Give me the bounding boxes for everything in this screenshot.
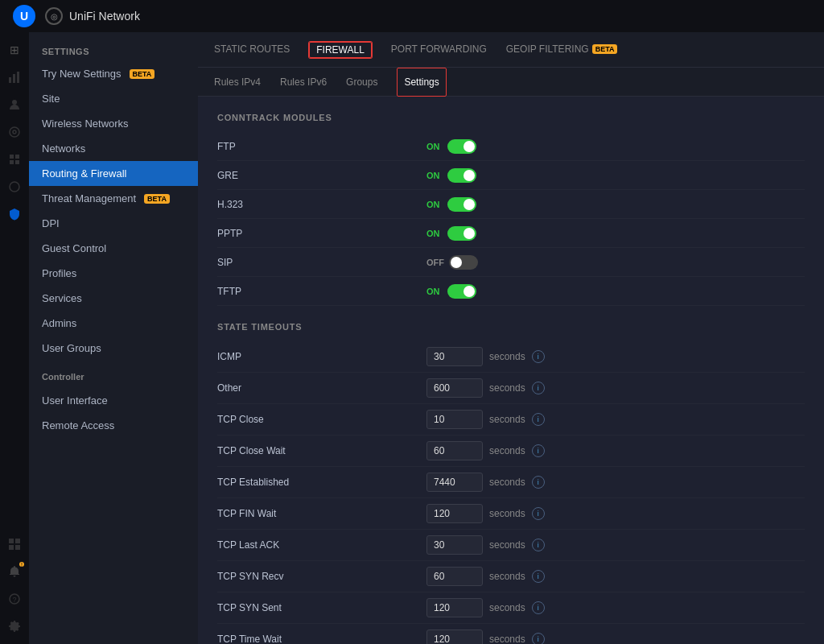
top-tab-geoip-filtering[interactable]: GEOIP FILTERINGBETA xyxy=(506,32,618,68)
nav-grid[interactable] xyxy=(3,533,26,555)
sidebar-item-dpi[interactable]: DPI xyxy=(29,211,198,236)
main-layout: ⊞ ! ? xyxy=(0,32,824,644)
svg-rect-11 xyxy=(9,539,14,543)
info-icon[interactable]: i xyxy=(532,601,545,614)
sidebar-item-remote-access[interactable]: Remote Access xyxy=(29,413,198,438)
conntrack-row-pptp: PPTPON xyxy=(217,219,805,248)
nav-settings[interactable] xyxy=(3,615,26,638)
top-tab-static-routes[interactable]: STATIC ROUTES xyxy=(214,32,290,68)
sub-tab-rules-ipv4[interactable]: Rules IPv4 xyxy=(214,68,261,97)
timeout-input-icmp[interactable] xyxy=(426,347,483,366)
sidebar-item-services[interactable]: Services xyxy=(29,286,198,311)
sidebar-item-routing-firewall[interactable]: Routing & Firewall xyxy=(29,161,198,186)
nav-devices[interactable] xyxy=(3,121,26,143)
sidebar-item-networks[interactable]: Networks xyxy=(29,136,198,161)
nav-stats[interactable] xyxy=(3,66,26,89)
app-title: UniFi Network xyxy=(69,10,140,23)
sidebar-item-user-interface[interactable]: User Interface xyxy=(29,388,198,413)
info-icon[interactable]: i xyxy=(532,382,545,394)
svg-point-10 xyxy=(10,182,19,192)
top-tabs: STATIC ROUTESFIREWALLPORT FORWARDINGGEOI… xyxy=(198,32,824,68)
info-icon[interactable]: i xyxy=(532,413,545,426)
content-area: STATIC ROUTESFIREWALLPORT FORWARDINGGEOI… xyxy=(198,32,824,644)
timeout-input-tcp-syn-recv[interactable] xyxy=(426,567,483,586)
conntrack-row-sip: SIPOFF xyxy=(217,248,805,277)
nav-notifications[interactable]: ! xyxy=(3,560,26,583)
sidebar-item-user-groups[interactable]: User Groups xyxy=(29,336,198,361)
timeout-row-tcp-time-wait: TCP Time Waitsecondsi xyxy=(217,624,805,644)
ubiquiti-logo[interactable]: U xyxy=(13,5,35,27)
timeout-input-tcp-close-wait[interactable] xyxy=(426,441,483,460)
top-tab-port-forwarding[interactable]: PORT FORWARDING xyxy=(391,32,487,68)
timeout-input-tcp-fin-wait[interactable] xyxy=(426,504,483,523)
svg-rect-12 xyxy=(15,539,20,543)
timeout-row-tcp-last-ack: TCP Last ACKsecondsi xyxy=(217,530,805,561)
svg-rect-13 xyxy=(9,545,14,550)
conntrack-row-tftp: TFTPON xyxy=(217,277,805,306)
sub-tab-rules-ipv6[interactable]: Rules IPv6 xyxy=(280,68,327,97)
info-icon[interactable]: i xyxy=(532,570,545,583)
sidebar-item-threat-management[interactable]: Threat ManagementBETA xyxy=(29,186,198,211)
sub-tab-groups[interactable]: Groups xyxy=(346,68,377,97)
nav-reports[interactable] xyxy=(3,148,26,171)
top-tab-firewall[interactable]: FIREWALL xyxy=(309,42,372,58)
sidebar-item-site[interactable]: Site xyxy=(29,86,198,111)
timeout-row-tcp-fin-wait: TCP FIN Waitsecondsi xyxy=(217,498,805,530)
info-icon[interactable]: i xyxy=(532,476,545,489)
sidebar-item-admins[interactable]: Admins xyxy=(29,311,198,336)
network-icon: ◎ xyxy=(45,7,63,25)
sidebar: SETTINGS Try New SettingsBETASiteWireles… xyxy=(29,32,198,644)
timeout-input-tcp-established[interactable] xyxy=(426,473,483,492)
conntrack-section-title: CONNTRACK MODULES xyxy=(217,113,805,122)
top-bar: U ◎ UniFi Network xyxy=(0,0,824,32)
conntrack-row-ftp: FTPON xyxy=(217,132,805,161)
svg-point-3 xyxy=(12,100,17,105)
icon-nav: ⊞ ! ? xyxy=(0,32,29,644)
svg-rect-2 xyxy=(17,72,19,83)
svg-rect-14 xyxy=(15,545,20,550)
timeout-row-tcp-syn-sent: TCP SYN Sentsecondsi xyxy=(217,592,805,624)
sub-tab-settings[interactable]: Settings xyxy=(397,68,446,97)
sidebar-item-guest-control[interactable]: Guest Control xyxy=(29,236,198,261)
nav-alerts[interactable] xyxy=(3,175,26,198)
svg-rect-1 xyxy=(13,74,15,83)
sub-tabs: Rules IPv4Rules IPv6GroupsSettings xyxy=(198,68,824,97)
timeout-input-other[interactable] xyxy=(426,378,483,398)
svg-point-5 xyxy=(13,130,16,134)
svg-point-4 xyxy=(10,127,19,137)
nav-clients[interactable] xyxy=(3,93,26,116)
timeout-row-tcp-close: TCP Closesecondsi xyxy=(217,404,805,436)
info-icon[interactable]: i xyxy=(532,633,545,644)
timeout-input-tcp-syn-sent[interactable] xyxy=(426,598,483,617)
svg-rect-9 xyxy=(15,160,19,164)
state-timeouts-section-title: STATE TIMEOUTS xyxy=(217,322,805,332)
svg-rect-6 xyxy=(10,155,14,159)
timeout-input-tcp-time-wait[interactable] xyxy=(426,630,483,644)
settings-section-title: SETTINGS xyxy=(29,39,198,61)
nav-dashboard[interactable]: ⊞ xyxy=(3,39,26,61)
timeout-row-tcp-syn-recv: TCP SYN Recvsecondsi xyxy=(217,561,805,592)
timeout-row-tcp-close-wait: TCP Close Waitsecondsi xyxy=(217,436,805,467)
info-icon[interactable]: i xyxy=(532,507,545,520)
sidebar-item-wireless-networks[interactable]: Wireless Networks xyxy=(29,111,198,136)
info-icon[interactable]: i xyxy=(532,539,545,551)
svg-rect-8 xyxy=(10,160,14,164)
nav-help[interactable]: ? xyxy=(3,588,26,610)
main-content: CONNTRACK MODULES FTPONGREONH.323ONPPTPO… xyxy=(198,97,824,644)
conntrack-row-gre: GREON xyxy=(217,161,805,190)
timeout-input-tcp-close[interactable] xyxy=(426,410,483,429)
sidebar-item-try-new-settings[interactable]: Try New SettingsBETA xyxy=(29,61,198,86)
nav-security[interactable] xyxy=(3,203,26,225)
timeout-row-other: Othersecondsi xyxy=(217,373,805,404)
info-icon[interactable]: i xyxy=(532,444,545,457)
timeout-row-tcp-established: TCP Establishedsecondsi xyxy=(217,467,805,498)
svg-text:?: ? xyxy=(13,596,17,604)
sidebar-item-profiles[interactable]: Profiles xyxy=(29,261,198,286)
conntrack-row-h323: H.323ON xyxy=(217,190,805,219)
svg-rect-7 xyxy=(15,155,19,159)
svg-rect-0 xyxy=(9,77,11,83)
timeout-input-tcp-last-ack[interactable] xyxy=(426,535,483,555)
info-icon[interactable]: i xyxy=(532,350,545,363)
controller-section-title: Controller xyxy=(29,361,198,388)
timeout-row-icmp: ICMPsecondsi xyxy=(217,341,805,373)
